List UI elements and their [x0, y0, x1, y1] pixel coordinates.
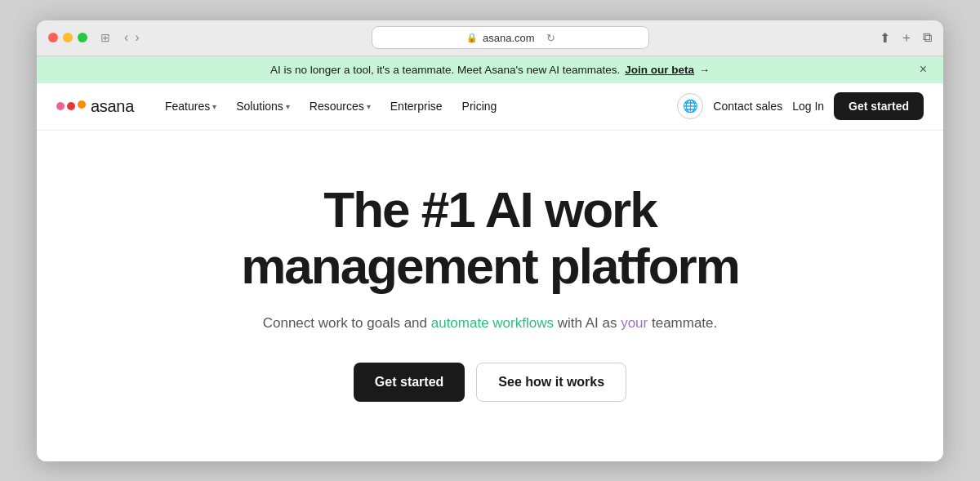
hero-title-line2: management platform	[241, 238, 739, 294]
logo-icon	[56, 102, 86, 110]
hero-get-started-button[interactable]: Get started	[354, 363, 465, 402]
nav-label-resources: Resources	[310, 100, 364, 113]
log-in-link[interactable]: Log In	[792, 100, 824, 113]
banner-text: AI is no longer a tool, it's a teammate.…	[270, 64, 710, 76]
logo-text: asana	[91, 97, 134, 116]
nav-link-pricing[interactable]: Pricing	[454, 95, 506, 118]
traffic-light-green[interactable]	[78, 33, 87, 42]
hero-subtitle: Connect work to goals and automate workf…	[263, 313, 718, 334]
reload-icon[interactable]: ↻	[546, 32, 555, 44]
banner: AI is no longer a tool, it's a teammate.…	[37, 56, 943, 83]
page-content: AI is no longer a tool, it's a teammate.…	[37, 56, 943, 461]
traffic-light-yellow[interactable]	[63, 33, 73, 42]
lock-icon: 🔒	[466, 33, 478, 43]
globe-icon: 🌐	[683, 99, 698, 114]
url-text: asana.com	[483, 32, 535, 44]
hero-highlight-purple: your	[621, 315, 648, 331]
nav-link-resources[interactable]: Resources ▾	[301, 95, 379, 118]
nav-label-enterprise: Enterprise	[390, 100, 443, 113]
nav-label-features: Features	[165, 100, 210, 113]
logo-dot-pink	[56, 102, 65, 110]
forward-arrow-icon[interactable]: ›	[132, 30, 141, 45]
sidebar-toggle-icon[interactable]: ⊞	[100, 31, 110, 44]
hero-buttons: Get started See how it works	[354, 363, 626, 402]
navbar: asana Features ▾ Solutions ▾ Resources ▾…	[37, 83, 943, 131]
nav-right: 🌐 Contact sales Log In Get started	[677, 92, 924, 120]
hero-section: The #1 AI work management platform Conne…	[37, 131, 943, 461]
logo[interactable]: asana	[56, 97, 134, 116]
get-started-nav-button[interactable]: Get started	[834, 92, 924, 120]
nav-link-features[interactable]: Features ▾	[157, 95, 225, 118]
nav-link-enterprise[interactable]: Enterprise	[382, 95, 451, 118]
address-bar-container: 🔒 asana.com ↻	[150, 26, 871, 49]
chevron-down-icon: ▾	[286, 102, 290, 111]
chevron-down-icon: ▾	[367, 102, 371, 111]
chevron-down-icon: ▾	[212, 102, 216, 111]
hero-highlight-green: automate workflows	[431, 315, 554, 331]
new-tab-icon[interactable]: ＋	[900, 29, 913, 47]
banner-arrow-icon: →	[699, 64, 710, 76]
nav-label-solutions: Solutions	[236, 100, 283, 113]
address-bar[interactable]: 🔒 asana.com ↻	[372, 26, 649, 49]
hero-title: The #1 AI work management platform	[241, 181, 739, 295]
banner-link[interactable]: Join our beta	[625, 64, 694, 76]
globe-button[interactable]: 🌐	[677, 93, 703, 119]
browser-actions: ⬆ ＋ ⧉	[880, 29, 932, 47]
traffic-light-red[interactable]	[48, 33, 58, 42]
contact-sales-link[interactable]: Contact sales	[713, 100, 782, 113]
logo-dot-red	[67, 102, 75, 110]
hero-see-how-button[interactable]: See how it works	[476, 363, 626, 402]
share-icon[interactable]: ⬆	[880, 30, 890, 46]
browser-window: ⊞ ‹ › 🔒 asana.com ↻ ⬆ ＋ ⧉ AI is no longe…	[37, 20, 943, 461]
back-arrow-icon[interactable]: ‹	[122, 30, 131, 45]
nav-link-solutions[interactable]: Solutions ▾	[228, 95, 298, 118]
banner-close-button[interactable]: ×	[920, 63, 927, 76]
browser-chrome: ⊞ ‹ › 🔒 asana.com ↻ ⬆ ＋ ⧉	[37, 20, 943, 56]
duplicate-icon[interactable]: ⧉	[923, 30, 932, 45]
nav-arrows: ‹ ›	[122, 30, 142, 45]
logo-dot-orange	[78, 100, 86, 109]
traffic-lights	[48, 33, 87, 42]
banner-message: AI is no longer a tool, it's a teammate.…	[270, 64, 620, 76]
nav-label-pricing: Pricing	[462, 100, 497, 113]
nav-links: Features ▾ Solutions ▾ Resources ▾ Enter…	[157, 95, 677, 118]
hero-title-line1: The #1 AI work	[323, 181, 656, 238]
